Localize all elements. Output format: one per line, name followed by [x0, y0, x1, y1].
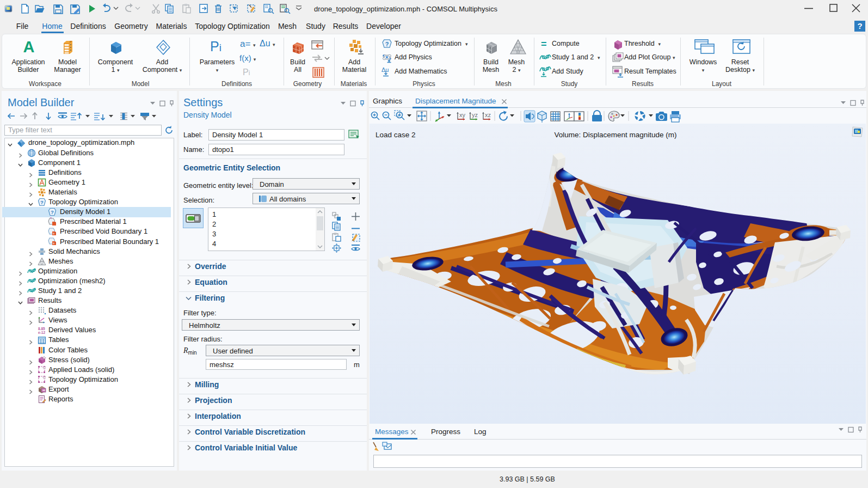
svg-text:?: ? [51, 209, 54, 215]
svg-text:xz: xz [485, 112, 491, 118]
svg-text:?: ? [40, 199, 44, 205]
svg-text:xy: xy [459, 112, 466, 118]
svg-text:?: ? [385, 41, 389, 47]
svg-text:e-12: e-12 [38, 331, 45, 334]
svg-text:yz: yz [472, 112, 478, 118]
svg-text:8.85: 8.85 [38, 327, 45, 331]
svg-text:Δu: Δu [381, 66, 389, 73]
